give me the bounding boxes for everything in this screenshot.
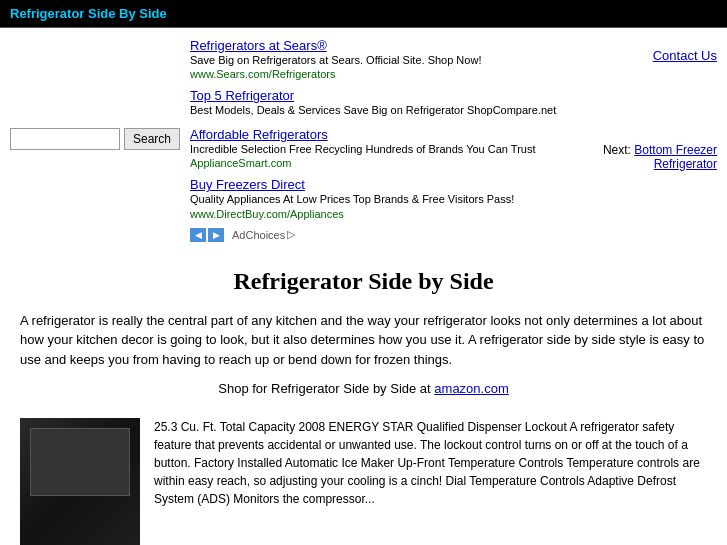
ad-desc-2: Incredible Selection Free Recycling Hund… [190, 142, 557, 157]
ad-title-1[interactable]: Top 5 Refrigerator [190, 88, 557, 103]
article-title: Refrigerator Side by Side [20, 268, 707, 295]
shop-text: Shop for Refrigerator Side by Side at [218, 381, 430, 396]
amazon-link[interactable]: amazon.com [434, 381, 508, 396]
shop-line: Shop for Refrigerator Side by Side at am… [20, 381, 707, 396]
next-link-wrapper: Next: Bottom Freezer Refrigerator [567, 143, 717, 171]
ad-next-button[interactable]: ▶ [208, 228, 224, 242]
ad-title-0[interactable]: Refrigerators at Sears® [190, 38, 557, 53]
adchoices-label: AdChoices [232, 229, 285, 241]
search-button[interactable]: Search [124, 128, 180, 150]
search-form: Search [10, 128, 180, 150]
product-description: 25.3 Cu. Ft. Total Capacity 2008 ENERGY … [154, 418, 707, 508]
ads-block: Refrigerators at Sears® Save Big on Refr… [190, 38, 557, 242]
next-label: Next: [603, 143, 631, 157]
site-header: Refrigerator Side By Side [0, 0, 727, 27]
center-content: Refrigerators at Sears® Save Big on Refr… [180, 38, 567, 248]
article-intro: A refrigerator is really the central par… [20, 311, 707, 370]
contact-us-link[interactable]: Contact Us [653, 48, 717, 63]
site-title-link[interactable]: Refrigerator Side By Side [10, 6, 167, 21]
product-image [20, 418, 140, 545]
adchoices-icon: ▷ [287, 228, 295, 241]
ad-url-0: www.Sears.com/Refrigerators [190, 68, 557, 80]
ad-desc-0: Save Big on Refrigerators at Sears. Offi… [190, 53, 557, 68]
ad-item-0: Refrigerators at Sears® Save Big on Refr… [190, 38, 557, 80]
ad-url-2: ApplianceSmart.com [190, 157, 557, 169]
ad-url-3: www.DirectBuy.com/Appliances [190, 208, 557, 220]
ad-nav: ◀ ▶ [190, 228, 226, 242]
ad-item-1: Top 5 Refrigerator Best Models, Deals & … [190, 88, 557, 118]
product-section: 25.3 Cu. Ft. Total Capacity 2008 ENERGY … [0, 418, 727, 545]
ad-desc-3: Quality Appliances At Low Prices Top Bra… [190, 192, 557, 207]
adchoices: AdChoices ▷ [232, 228, 295, 241]
ad-prev-button[interactable]: ◀ [190, 228, 206, 242]
ad-title-3[interactable]: Buy Freezers Direct [190, 177, 557, 192]
ad-desc-1: Best Models, Deals & Services Save Big o… [190, 103, 557, 118]
ad-item-2: Affordable Refrigerators Incredible Sele… [190, 127, 557, 169]
left-sidebar: Search [0, 38, 180, 248]
ad-item-3: Buy Freezers Direct Quality Appliances A… [190, 177, 557, 219]
ad-title-2[interactable]: Affordable Refrigerators [190, 127, 557, 142]
next-page-link[interactable]: Bottom Freezer Refrigerator [634, 143, 717, 171]
article-section: Refrigerator Side by Side A refrigerator… [0, 258, 727, 419]
right-sidebar: Contact Us Next: Bottom Freezer Refriger… [567, 38, 727, 248]
main-wrapper: Search Refrigerators at Sears® Save Big … [0, 28, 727, 258]
search-input[interactable] [10, 128, 120, 150]
ad-footer: ◀ ▶ AdChoices ▷ [190, 228, 557, 242]
